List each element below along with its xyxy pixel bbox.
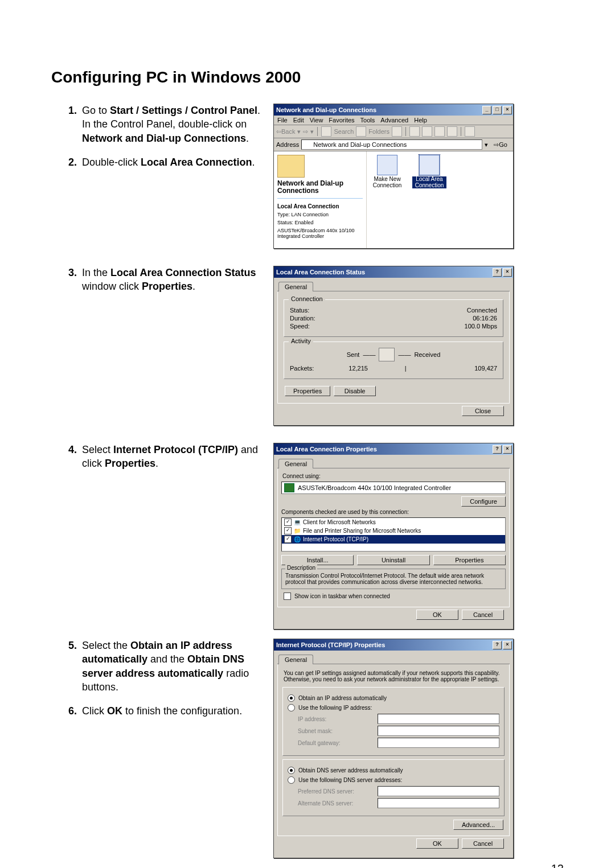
toolbar[interactable]: ⇦Back ▾⇨▾ Search Folders [274,125,513,138]
install-button[interactable]: Install... [281,555,354,565]
group-activity: Activity [289,338,313,344]
delete-icon[interactable] [434,126,445,137]
undo-icon[interactable] [447,126,457,137]
go-button[interactable]: ⇨Go [490,141,511,149]
nic-field: ASUSTeK/Broadcom 440x 10/100 Integrated … [281,482,506,494]
packets-sent: 12,215 [314,365,403,372]
tab-general[interactable]: General [278,655,313,664]
menu-favorites[interactable]: Favorites [329,117,354,124]
search-icon[interactable] [321,126,331,137]
copy-icon[interactable] [422,126,432,137]
folders-icon[interactable] [356,126,366,137]
ip-address-input [378,714,499,724]
local-area-connection[interactable]: Local Area Connection [412,155,446,188]
radio-obtain-dns[interactable]: Obtain DNS server address automatically [288,767,499,774]
subnet-mask-input [378,726,499,736]
close-button[interactable]: × [503,641,512,649]
window-title: Local Area Connection Properties [276,446,377,452]
window-tcpip-properties: Internet Protocol (TCP/IP) Properties ? … [273,639,514,858]
step-6: Click OK to finish the configuration. [68,704,268,718]
properties-button[interactable]: Properties [433,555,506,565]
computers-icon [379,348,395,361]
tab-general[interactable]: General [278,459,313,468]
connect-using-label: Connect using: [282,473,505,479]
address-label: Address [276,141,299,148]
packets-received: 109,427 [408,365,497,372]
folder-icon [304,141,311,148]
close-button[interactable]: Close [462,406,504,416]
window-title: Local Area Connection Status [276,269,365,275]
preferred-dns-input [378,786,499,796]
radio-icon [288,704,295,711]
new-connection-icon [377,155,397,175]
radio-icon [288,694,295,702]
disable-button[interactable]: Disable [334,386,376,396]
cancel-button[interactable]: Cancel [462,610,504,620]
page-title: Configuring PC in Windows 2000 [51,68,564,87]
radio-icon [288,767,295,774]
window-title: Internet Protocol (TCP/IP) Properties [276,641,385,648]
maximize-button[interactable]: □ [493,106,502,114]
properties-button[interactable]: Properties [285,386,330,396]
menu-file[interactable]: File [277,117,288,124]
group-connection: Connection [289,295,325,302]
help-button[interactable]: ? [493,268,502,277]
step-2: Double-click Local Area Connection. [68,155,268,169]
ok-button[interactable]: OK [416,610,458,620]
tab-general[interactable]: General [278,282,313,291]
configure-button[interactable]: Configure [461,496,506,507]
menu-edit[interactable]: Edit [293,117,304,124]
step-1: Go to Start / Settings / Control Panel. … [68,104,268,145]
radio-use-dns[interactable]: Use the following DNS server addresses: [288,776,499,784]
cancel-button[interactable]: Cancel [462,838,504,849]
uninstall-button[interactable]: Uninstall [357,555,429,565]
close-button[interactable]: × [503,106,512,114]
step-5: Select the Obtain an IP address automati… [68,639,268,694]
speed-value: 100.0 Mbps [465,323,497,330]
radio-use-ip[interactable]: Use the following IP address: [288,704,499,711]
help-button[interactable]: ? [493,641,502,649]
help-button[interactable]: ? [493,445,502,454]
history-icon[interactable] [392,126,402,137]
minimize-button[interactable]: _ [482,106,491,114]
radio-icon [288,776,295,784]
menu-help[interactable]: Help [414,117,427,124]
components-label: Components checked are used by this conn… [281,509,506,515]
step-4: Select Internet Protocol (TCP/IP) and cl… [68,443,268,471]
gateway-input [378,738,499,748]
menu-advanced[interactable]: Advanced [380,117,408,124]
move-icon[interactable] [409,126,420,137]
make-new-connection[interactable]: Make New Connection [370,155,404,188]
close-button[interactable]: × [503,445,512,454]
address-field[interactable]: Network and Dial-up Connections [301,139,482,150]
ip-note: You can get IP settings assigned automat… [284,670,503,682]
description-text: Transmission Control Protocol/Internet P… [285,573,484,585]
window-title: Network and Dial-up Connections [276,106,376,113]
close-button[interactable]: × [503,268,512,277]
back-button[interactable]: ⇦Back [276,128,295,135]
window-lac-status: Local Area Connection Status ? × General… [273,266,514,426]
radio-obtain-ip[interactable]: Obtain an IP address automatically [288,694,499,702]
components-list[interactable]: ✓💻Client for Microsoft Networks ✓📁File a… [281,517,506,552]
folder-large-icon [277,155,305,178]
show-icon-checkbox[interactable] [284,593,291,600]
menubar[interactable]: File Edit View Favorites Tools Advanced … [274,116,513,125]
info-pane: Network and Dial-up Connections Local Ar… [274,151,367,248]
status-value: Connected [467,307,497,314]
duration-value: 06:16:26 [473,315,497,322]
ok-button[interactable]: OK [416,838,458,849]
menu-tools[interactable]: Tools [360,117,375,124]
step-3: In the Local Area Connection Status wind… [68,266,268,294]
nic-icon [284,483,294,492]
advanced-button[interactable]: Advanced... [453,820,503,830]
alternate-dns-input [378,798,499,808]
lan-connection-icon [419,155,440,175]
tcpip-item[interactable]: ✓🌐Internet Protocol (TCP/IP) [282,535,505,544]
menu-view[interactable]: View [310,117,323,124]
window-network-connections: Network and Dial-up Connections _ □ × Fi… [273,104,514,249]
window-lac-properties: Local Area Connection Properties ? × Gen… [273,443,514,630]
views-icon[interactable] [465,126,475,137]
page-number: 12 [551,862,564,868]
